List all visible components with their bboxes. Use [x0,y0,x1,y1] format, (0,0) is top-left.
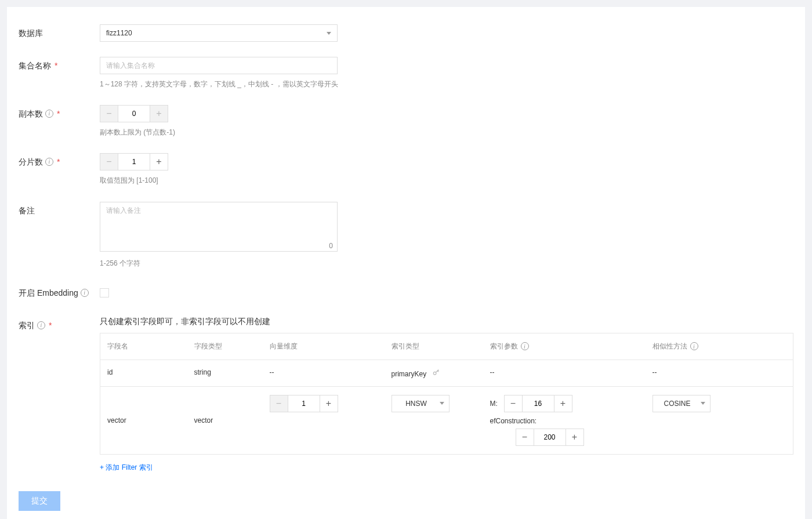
remark-textarea[interactable] [100,202,338,252]
param-m-stepper[interactable]: − + [504,395,572,412]
index-note: 只创建索引字段即可，非索引字段可以不用创建 [100,317,793,327]
info-icon: i [37,321,45,329]
vectordim-plus-button[interactable]: + [320,395,338,412]
param-m-label: M: [490,400,498,408]
chevron-down-icon [701,402,705,405]
embedding-checkbox[interactable] [100,288,109,297]
table-row-vector: vector vector − + HNSW [100,386,793,454]
replicas-plus-button[interactable]: + [150,106,168,122]
th-fieldname: 字段名 [100,333,187,360]
remark-helper: 1-256 个字符 [100,258,793,269]
shards-input[interactable] [118,154,150,170]
remark-char-count: 0 [329,242,333,250]
cell-indexparam: M: − + efConstruction: [483,386,646,454]
cell-similarity: COSINE [646,386,793,454]
param-ef-plus-button[interactable]: + [566,429,583,445]
row-database: 数据库 fizz1120 [19,24,793,42]
row-replicas: 副本数 i * − + 副本数上限为 (节点数-1) [19,105,793,138]
info-icon: i [45,110,53,118]
info-icon: i [45,158,53,166]
index-table: 字段名 字段类型 向量维度 索引类型 索引参数 i 相似性方法 [100,333,793,455]
param-m-input[interactable] [522,395,554,412]
cell-fieldtype: string [187,360,263,386]
row-remark: 备注 0 1-256 个字符 [19,202,793,269]
row-index: 索引 i * 只创建索引字段即可，非索引字段可以不用创建 字段名 字段类型 向量… [19,317,793,473]
label-remark: 备注 [19,202,100,219]
label-shards: 分片数 i * [19,153,100,170]
th-indextype: 索引类型 [385,333,483,360]
label-collection-name: 集合名称* [19,57,100,74]
vectordim-input[interactable] [288,395,320,412]
vectordim-minus-button[interactable]: − [270,395,288,412]
label-replicas: 副本数 i * [19,105,100,122]
key-icon [432,368,440,378]
param-ef-input[interactable] [534,429,566,445]
cell-indextype: HNSW [385,386,483,454]
th-similarity: 相似性方法 i [646,333,793,360]
replicas-input[interactable] [118,106,150,122]
th-vectordim: 向量维度 [263,333,385,360]
replicas-minus-button[interactable]: − [100,106,118,122]
param-m-plus-button[interactable]: + [554,395,572,412]
param-ef-stepper[interactable]: − + [516,429,584,446]
shards-stepper[interactable]: − + [100,153,168,170]
param-ef-minus-button[interactable]: − [516,429,534,445]
shards-helper: 取值范围为 [1-100] [100,175,793,186]
cell-vectordim: − + [263,386,385,454]
row-collection-name: 集合名称* 1～128 字符，支持英文字母，数字，下划线 _，中划线 - ，需以… [19,57,793,90]
th-fieldtype: 字段类型 [187,333,263,360]
replicas-stepper[interactable]: − + [100,105,168,122]
cell-indexparam: -- [483,360,646,386]
cell-fieldname: vector [100,386,187,454]
chevron-down-icon [327,32,331,35]
info-icon: i [521,342,529,350]
label-index: 索引 i * [19,317,100,334]
cell-vectordim: -- [263,360,385,386]
param-ef-label: efConstruction: [490,417,639,425]
cell-similarity: -- [646,360,793,386]
label-embedding: 开启 Embedding i [19,284,100,302]
param-m-minus-button[interactable]: − [505,395,522,412]
submit-button[interactable]: 提交 [19,491,60,511]
indextype-select[interactable]: HNSW [392,395,449,412]
database-select[interactable]: fizz1120 [100,24,338,42]
replicas-helper: 副本数上限为 (节点数-1) [100,127,793,138]
row-shards: 分片数 i * − + 取值范围为 [1-100] [19,153,793,186]
label-database: 数据库 [19,24,100,42]
shards-plus-button[interactable]: + [150,154,168,170]
shards-minus-button[interactable]: − [100,154,118,170]
table-row-id: id string -- primaryKey -- -- [100,360,793,386]
cell-indextype: primaryKey [385,360,483,386]
chevron-down-icon [440,402,444,405]
collection-name-input[interactable] [100,57,338,74]
cell-fieldname: id [100,360,187,386]
vectordim-stepper[interactable]: − + [270,395,338,412]
form-card: 数据库 fizz1120 集合名称* 1～128 字符，支持英文字母，数字，下划… [7,7,805,519]
cell-fieldtype: vector [187,386,263,454]
row-embedding: 开启 Embedding i [19,284,793,302]
info-icon: i [690,342,698,350]
info-icon: i [81,289,89,297]
th-indexparam: 索引参数 i [483,333,646,360]
collection-name-helper: 1～128 字符，支持英文字母，数字，下划线 _，中划线 - ，需以英文字母开头 [100,79,793,90]
similarity-select[interactable]: COSINE [652,395,710,412]
add-filter-link[interactable]: + 添加 Filter 索引 [100,463,153,473]
